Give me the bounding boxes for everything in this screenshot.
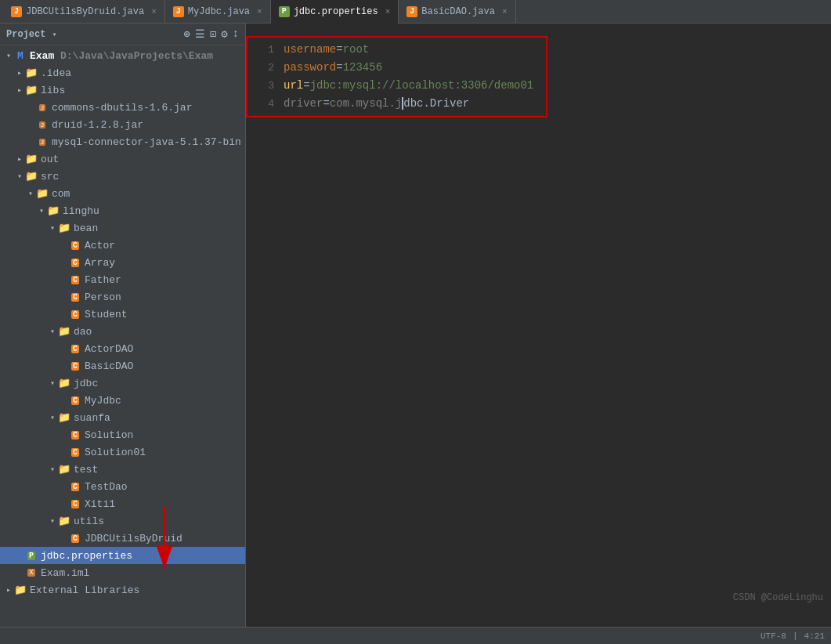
line-number-2: 2	[260, 60, 284, 77]
tab-MyJdbc[interactable]: JMyJdbc.java×	[165, 0, 271, 24]
tree-item-JDBCUtilsByDruid[interactable]: CJDBCUtilsByDruid	[0, 530, 245, 547]
tab-label-JDBCUtilsByDruid: JDBCUtilsByDruid.java	[26, 6, 144, 17]
tree-item-idea[interactable]: 📁.idea	[0, 64, 245, 81]
tree-icon-dao: 📁	[58, 325, 70, 338]
tree-item-out[interactable]: 📁out	[0, 150, 245, 168]
tree-item-src[interactable]: 📁src	[0, 168, 245, 185]
editor-content[interactable]: 1username=root2password=1234563url=jdbc:…	[246, 24, 831, 627]
tree-label-suanfa: suanfa	[74, 412, 110, 424]
tree-icon-bean: 📁	[58, 222, 70, 234]
layout-icon[interactable]: ☰	[195, 27, 205, 41]
tree-arrow-bean[interactable]	[47, 223, 58, 233]
tree-arrow-linghu[interactable]	[36, 206, 47, 215]
tree-label-mysql-connector: mysql-connector-java-5.1.37-bin	[52, 136, 241, 148]
tree-label-ActorDAO: ActorDAO	[85, 343, 133, 355]
tree-item-Xiti1[interactable]: CXiti1	[0, 495, 245, 512]
tree-icon-Solution01: C	[69, 446, 81, 458]
tree-arrow-ext-libs[interactable]	[3, 585, 14, 595]
tree-item-Array[interactable]: CArray	[0, 254, 245, 271]
tree-arrow-utils[interactable]	[47, 516, 58, 526]
tree-item-Solution01[interactable]: CSolution01	[0, 443, 245, 461]
tab-icon-BasicDAO: J	[406, 6, 417, 17]
tree-arrow-exam-root[interactable]	[3, 51, 14, 60]
tree-arrow-out[interactable]	[14, 154, 25, 164]
tree-icon-src: 📁	[25, 170, 38, 183]
tab-close-BasicDAO[interactable]: ×	[502, 7, 508, 16]
tree-item-suanfa[interactable]: 📁suanfa	[0, 409, 245, 426]
tree-icon-suanfa: 📁	[58, 411, 70, 424]
tree-item-utils[interactable]: 📁utils	[0, 512, 245, 530]
tree-item-Father[interactable]: CFather	[0, 271, 245, 288]
tree-item-Person[interactable]: CPerson	[0, 288, 245, 306]
tree-arrow-test[interactable]	[47, 465, 58, 474]
tree-arrow-libs[interactable]	[14, 85, 25, 95]
tree-label-MyJdbc: MyJdbc	[85, 395, 121, 407]
add-icon[interactable]: ⊕	[183, 27, 190, 41]
tree-item-TestDao[interactable]: CTestDao	[0, 478, 245, 495]
tree-item-commons-dbutils[interactable]: Jcommons-dbutils-1.6.jar	[0, 99, 245, 116]
tab-close-JDBCUtilsByDruid[interactable]: ×	[151, 7, 157, 16]
tab-jdbc_props[interactable]: Pjdbc.properties×	[271, 0, 399, 24]
tree-item-exam-root[interactable]: MExam D:\Java\JavaProjects\Exam	[0, 47, 245, 64]
tree-item-dao[interactable]: 📁dao	[0, 323, 245, 340]
tree-item-Solution[interactable]: CSolution	[0, 426, 245, 443]
collapse-icon[interactable]: ⊡	[210, 27, 216, 41]
tree-item-com[interactable]: 📁com	[0, 185, 245, 202]
sidebar: Project ▾ ⊕ ☰ ⊡ ⚙ ↕ MExam D:\Java\JavaPr…	[0, 24, 246, 627]
tree-arrow-dao[interactable]	[47, 327, 58, 336]
tree-item-test[interactable]: 📁test	[0, 461, 245, 478]
code-line-2[interactable]: 2password=123456	[260, 59, 533, 77]
tree-item-Student[interactable]: CStudent	[0, 306, 245, 323]
tree-label-out: out	[41, 154, 59, 165]
hide-icon[interactable]: ↕	[233, 27, 239, 41]
tree-label-Xiti1: Xiti1	[85, 498, 115, 510]
tab-BasicDAO[interactable]: JBasicDAO.java×	[399, 0, 515, 24]
tree-item-linghu[interactable]: 📁linghu	[0, 202, 245, 219]
sidebar-project-label: Project	[6, 29, 45, 40]
tree-icon-commons-dbutils: J	[36, 101, 49, 114]
tree-icon-ext-libs: 📁	[14, 584, 27, 596]
code-highlight-box: 1username=root2password=1234563url=jdbc:…	[246, 36, 547, 118]
tree-item-Actor[interactable]: CActor	[0, 237, 245, 254]
tree-item-jdbc-props-file[interactable]: Pjdbc.properties	[0, 547, 245, 564]
tree-arrow-idea[interactable]	[14, 68, 25, 78]
tab-bar: JJDBCUtilsByDruid.java×JMyJdbc.java×Pjdb…	[0, 0, 831, 24]
settings-icon[interactable]: ⚙	[221, 27, 227, 41]
tree-item-bean[interactable]: 📁bean	[0, 219, 245, 237]
tree-icon-Actor: C	[69, 239, 81, 251]
tree-item-jdbc[interactable]: 📁jdbc	[0, 374, 245, 392]
tree-label-Array: Array	[85, 257, 115, 269]
tree-label-exam-root: Exam D:\Java\JavaProjects\Exam	[30, 50, 213, 62]
status-bar: UTF-8 | 4:21	[0, 627, 831, 644]
tab-icon-JDBCUtilsByDruid: J	[11, 6, 22, 17]
tree-item-ext-libs[interactable]: 📁External Libraries	[0, 581, 245, 599]
tree-arrow-suanfa[interactable]	[47, 413, 58, 422]
line-number-4: 4	[260, 96, 284, 113]
tree-label-Student: Student	[85, 309, 128, 320]
tree-item-mysql-connector[interactable]: Jmysql-connector-java-5.1.37-bin	[0, 133, 245, 150]
code-line-4[interactable]: 4driver=com.mysql.jdbc.Driver	[260, 95, 533, 113]
tree-item-ActorDAO[interactable]: CActorDAO	[0, 340, 245, 357]
tree-label-ext-libs: External Libraries	[30, 584, 139, 596]
tree-item-libs[interactable]: 📁libs	[0, 81, 245, 99]
code-line-3[interactable]: 3url=jdbc:mysql://localhost:3306/demo01	[260, 77, 533, 95]
tree-label-Actor: Actor	[85, 240, 115, 251]
tree-label-jdbc: jdbc	[74, 378, 98, 389]
tree-icon-Xiti1: C	[69, 497, 81, 510]
tree-icon-linghu: 📁	[47, 204, 60, 217]
tab-JDBCUtilsByDruid[interactable]: JJDBCUtilsByDruid.java×	[3, 0, 165, 24]
tree-item-druid-jar[interactable]: Jdruid-1.2.8.jar	[0, 116, 245, 133]
tree-arrow-jdbc[interactable]	[47, 378, 58, 388]
tree-item-exam-iml[interactable]: XExam.iml	[0, 564, 245, 581]
tab-close-jdbc_props[interactable]: ×	[385, 7, 391, 16]
tree-arrow-com[interactable]	[25, 189, 36, 198]
code-line-1[interactable]: 1username=root	[260, 41, 533, 59]
tree-label-libs: libs	[41, 85, 65, 96]
dropdown-arrow-icon[interactable]: ▾	[52, 30, 56, 39]
tree-arrow-src[interactable]	[14, 172, 25, 181]
tree-label-Father: Father	[85, 274, 121, 286]
tree-item-BasicDAO[interactable]: CBasicDAO	[0, 357, 245, 374]
tree-item-MyJdbc[interactable]: CMyJdbc	[0, 392, 245, 409]
tree-icon-JDBCUtilsByDruid: C	[69, 532, 81, 545]
tab-close-MyJdbc[interactable]: ×	[257, 7, 262, 16]
